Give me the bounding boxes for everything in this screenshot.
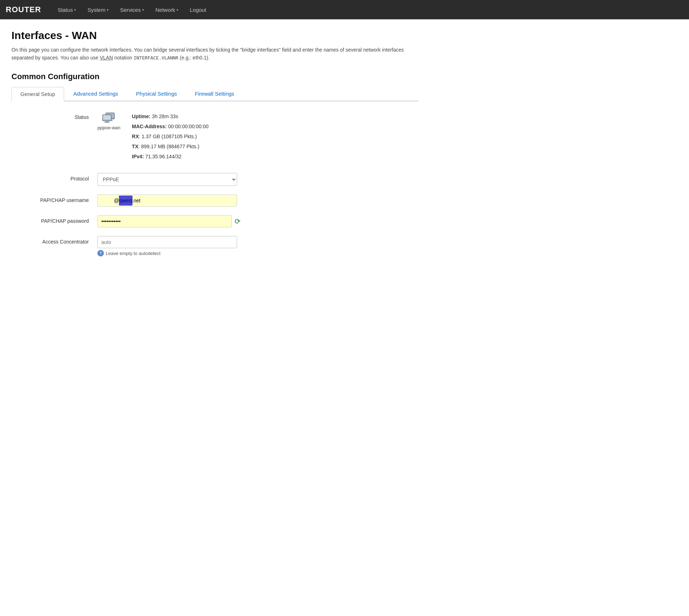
page-title: Interfaces - WAN [11,29,418,42]
password-row: PAP/CHAP password ⟳ [19,215,418,227]
pppoe-icon: pppoe-wan [97,111,120,130]
concentrator-row: Access Concentrator ? Leave empty to aut… [19,236,418,256]
nav-item-network[interactable]: Network ▾ [150,4,183,16]
concentrator-hint: ? Leave empty to autodetect [97,250,241,256]
status-info: Uptime: 3h 28m 33s MAC-Address: 00:00:00… [132,111,208,162]
password-control: ⟳ [97,215,241,227]
protocol-control: PPPoEDHCPStaticNone [97,173,241,186]
nav-item-services[interactable]: Services ▾ [115,4,149,16]
page-description: On this page you can configure the netwo… [11,46,405,62]
nav-menu: Status ▾ System ▾ Services ▾ Network ▾ L [53,4,211,16]
status-rx: RX: 1.37 GB (1087105 Pkts.) [132,131,208,141]
network-interface-icon [101,111,116,124]
username-label: PAP/CHAP username [19,194,97,203]
tab-general-setup[interactable]: General Setup [11,87,64,101]
status-label: Status [19,111,97,120]
pppoe-label: pppoe-wan [97,125,120,130]
svg-rect-6 [106,121,108,122]
chevron-down-icon: ▾ [107,8,109,12]
status-ipv4: IPv4: 71.35.96.144/32 [132,151,208,162]
concentrator-label: Access Concentrator [19,236,97,245]
main-content: Interfaces - WAN On this page you can co… [0,19,430,275]
username-row: PAP/CHAP username [19,194,418,207]
vlan-text: VLAN [100,55,113,61]
username-control [97,194,241,207]
chevron-down-icon: ▾ [177,8,178,12]
username-wrapper [97,194,237,207]
nav-link-network[interactable]: Network ▾ [150,4,183,16]
password-field-wrapper: ⟳ [97,215,241,227]
status-row: Status pppo [19,111,418,162]
status-uptime: Uptime: 3h 28m 33s [132,111,208,121]
status-content: pppoe-wan Uptime: 3h 28m 33s MAC-Address… [97,111,208,162]
concentrator-input[interactable] [97,236,237,248]
tab-bar: General Setup Advanced Settings Physical… [11,87,418,101]
svg-rect-5 [103,115,111,120]
password-input[interactable] [97,215,232,227]
section-title: Common Configuration [11,72,418,81]
tab-advanced-settings[interactable]: Advanced Settings [65,87,127,101]
nav-link-services[interactable]: Services ▾ [115,4,149,16]
protocol-row: Protocol PPPoEDHCPStaticNone [19,173,418,186]
navbar: ROUTER Status ▾ System ▾ Services ▾ Netw… [0,0,689,19]
nav-item-system[interactable]: System ▾ [82,4,114,16]
nav-link-status[interactable]: Status ▾ [53,4,81,16]
chevron-down-icon: ▾ [142,8,144,12]
concentrator-control: ? Leave empty to autodetect [97,236,241,256]
nav-item-logout[interactable]: Logout [185,4,211,16]
nav-item-status[interactable]: Status ▾ [53,4,81,16]
chevron-down-icon: ▾ [74,8,76,12]
nav-link-system[interactable]: System ▾ [82,4,114,16]
svg-rect-7 [105,122,110,122]
tab-firewall-settings[interactable]: Firewall Settings [186,87,243,101]
protocol-select[interactable]: PPPoEDHCPStaticNone [97,173,237,186]
toggle-password-icon[interactable]: ⟳ [235,217,241,226]
protocol-label: Protocol [19,173,97,182]
brand-logo: ROUTER [6,5,41,14]
status-tx: TX: 899.17 MB (884677 Pkts.) [132,141,208,151]
password-label: PAP/CHAP password [19,215,97,224]
username-input[interactable] [97,194,237,207]
tab-physical-settings[interactable]: Physical Settings [127,87,186,101]
vlan-code: INTERFACE.VLANNR [134,55,178,61]
form-section: Status pppo [11,111,418,256]
nav-link-logout[interactable]: Logout [185,4,211,16]
info-icon: ? [97,250,104,256]
status-mac: MAC-Address: 00:00:00:00:00:00 [132,121,208,131]
